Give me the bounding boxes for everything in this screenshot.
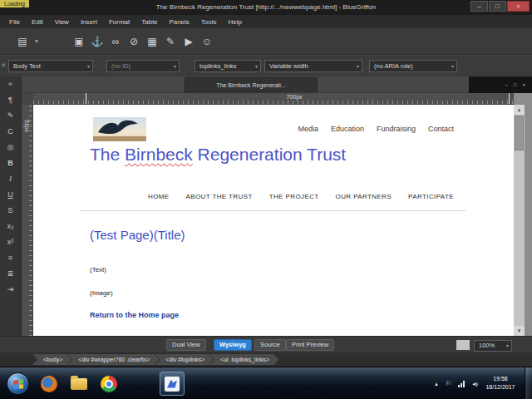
anchor-icon[interactable]: ⚓ [88, 36, 106, 47]
image-icon[interactable]: ▦ [143, 36, 161, 47]
wysiwyg-page[interactable]: Media Education Fundraising Contact The … [33, 105, 514, 336]
menu-help[interactable]: Help [223, 17, 248, 27]
show-desktop-button[interactable] [525, 367, 532, 399]
menu-panels[interactable]: Panels [163, 17, 195, 27]
editor-canvas: Media Education Fundraising Contact The … [33, 105, 532, 336]
ruler-ticks [29, 105, 32, 336]
document-tab-bar: The Birnbeck Regenerati... – □ × [0, 76, 532, 93]
css-class-select[interactable]: toplinks_links ▾ [195, 60, 261, 72]
site-title-post: Regeneration Trust [193, 145, 346, 164]
zoom-value: 100% [479, 342, 495, 349]
dual-view-button[interactable]: Dual View [166, 339, 206, 351]
menu-tools[interactable]: Tools [195, 17, 223, 27]
dom-path-body[interactable]: <body> [32, 354, 71, 365]
menu-bar: File Edit View Insert Format Table Panel… [0, 15, 532, 28]
menu-view[interactable]: View [49, 17, 75, 27]
scroll-down-icon[interactable]: ▼ [514, 326, 525, 336]
link-icon[interactable]: ∞ [106, 36, 125, 47]
dom-path-ul[interactable]: <ul .toplinks_links> [209, 354, 278, 365]
menu-format[interactable]: Format [103, 17, 135, 27]
emoticon-icon[interactable]: ☺ [198, 36, 216, 47]
site-logo-image[interactable] [93, 117, 146, 141]
bluegriffon-taskbar-icon[interactable] [160, 372, 185, 396]
zoom-select[interactable]: 100% ▾ [474, 340, 512, 352]
code-button[interactable]: C [4, 126, 17, 137]
collapse-chevron-icon[interactable]: « [2, 61, 6, 69]
minimize-button[interactable]: – [470, 1, 488, 12]
unlink-icon[interactable]: ⊘ [125, 36, 143, 47]
aria-role-select[interactable]: (no ARIA role) ▾ [369, 60, 457, 72]
windows-flag-icon [13, 379, 23, 390]
edit-icon[interactable]: ✎ [161, 36, 180, 47]
paragraph-icon[interactable]: ¶ [4, 95, 17, 106]
numbered-list-button[interactable]: ≣ [4, 268, 17, 279]
scroll-up-icon[interactable]: ▲ [514, 105, 525, 115]
page-title[interactable]: (Test Page)(Title) [90, 228, 185, 242]
volume-icon[interactable]: ◄)) [471, 382, 477, 387]
spellcheck-icon[interactable]: ◎ [4, 142, 17, 153]
menu-file[interactable]: File [3, 17, 26, 27]
paragraph-format-select[interactable]: Body Text ▾ [8, 60, 93, 72]
toplink-contact[interactable]: Contact [428, 125, 454, 133]
toplink-fundraising[interactable]: Fundraising [377, 125, 416, 133]
indent-button[interactable]: ⇥ [4, 284, 17, 295]
superscript-button[interactable]: x² [4, 237, 17, 248]
paste-icon[interactable]: ▣ [70, 36, 88, 47]
text-placeholder[interactable]: (Text) [90, 266, 106, 273]
wysiwyg-button[interactable]: Wysiwyg [214, 339, 252, 351]
source-button[interactable]: Source [254, 339, 286, 351]
horizontal-scrollbar[interactable] [456, 340, 470, 350]
start-button[interactable] [7, 372, 29, 395]
width-mode-select[interactable]: Variable width ▾ [264, 60, 362, 72]
print-preview-button[interactable]: Print Preview [286, 339, 334, 351]
chrome-taskbar-icon[interactable] [96, 372, 121, 396]
bullet-list-button[interactable]: ≡ [4, 253, 17, 264]
toplink-education[interactable]: Education [331, 125, 364, 133]
maximize-button[interactable]: □ [489, 1, 506, 12]
aria-role-value: (no ARIA role) [374, 62, 413, 70]
chevron-down-icon: ▾ [174, 61, 176, 72]
dom-path-wrapper[interactable]: <div #wrapper760 .clearfix> [67, 354, 159, 365]
bluegriffon-window: Loading The Birnbeck Regeneration Trust … [0, 0, 532, 399]
scrollbar-thumb[interactable] [515, 116, 524, 150]
image-placeholder[interactable]: (Image) [90, 289, 113, 297]
italic-button[interactable]: I [4, 174, 17, 185]
nav-participate[interactable]: PARTICIPATE [408, 193, 454, 200]
firefox-taskbar-icon[interactable] [37, 372, 62, 396]
subscript-button[interactable]: x₂ [4, 221, 17, 232]
home-page-link[interactable]: Return to the Home page [90, 311, 179, 319]
system-tray: ▲ ⚐ ◄)) [434, 367, 477, 399]
tab-minimize-icon[interactable]: – [505, 82, 508, 87]
chevron-down-icon: ▾ [255, 61, 258, 72]
collapse-chevron-icon[interactable]: « [4, 79, 17, 90]
taskbar-clock[interactable]: 19:58 18/12/2017 [479, 375, 522, 392]
menu-insert[interactable]: Insert [75, 17, 103, 27]
tab-close-icon[interactable]: × [522, 82, 525, 87]
active-document-tab[interactable]: The Birnbeck Regenerati... [185, 77, 318, 94]
nav-partners[interactable]: OUR PARTNERS [336, 193, 392, 200]
dom-path-toplinks[interactable]: <div #toplinks> [155, 354, 214, 365]
menu-edit[interactable]: Edit [26, 17, 49, 27]
page-scrollbar[interactable]: ▲ ▼ [514, 105, 525, 336]
video-icon[interactable]: ▶ [180, 36, 198, 47]
site-title[interactable]: The Birnbeck Regeneration Trust [90, 145, 346, 165]
close-button[interactable]: × [507, 1, 530, 12]
action-center-flag-icon[interactable]: ⚐ [446, 380, 451, 387]
new-document-icon[interactable]: ▤ [13, 36, 32, 47]
bold-button[interactable]: B [4, 158, 17, 169]
hidden-icons-icon[interactable]: ▲ [434, 382, 439, 387]
pencil-icon[interactable]: ✎ [4, 111, 17, 121]
network-icon[interactable] [458, 381, 465, 387]
strikethrough-button[interactable]: S [4, 205, 17, 216]
tab-restore-icon[interactable]: □ [514, 82, 517, 87]
toplink-media[interactable]: Media [298, 125, 318, 133]
nav-home[interactable]: HOME [148, 193, 170, 200]
vertical-ruler: 51px [22, 105, 33, 336]
nav-project[interactable]: THE PROJECT [269, 193, 319, 200]
element-id-select[interactable]: (no ID) ▾ [106, 60, 180, 72]
nav-about[interactable]: ABOUT THE TRUST [186, 193, 253, 200]
explorer-taskbar-icon[interactable] [66, 372, 91, 396]
menu-table[interactable]: Table [135, 17, 163, 27]
new-document-caret-icon[interactable]: ▾ [32, 37, 42, 45]
underline-button[interactable]: U [4, 190, 17, 200]
